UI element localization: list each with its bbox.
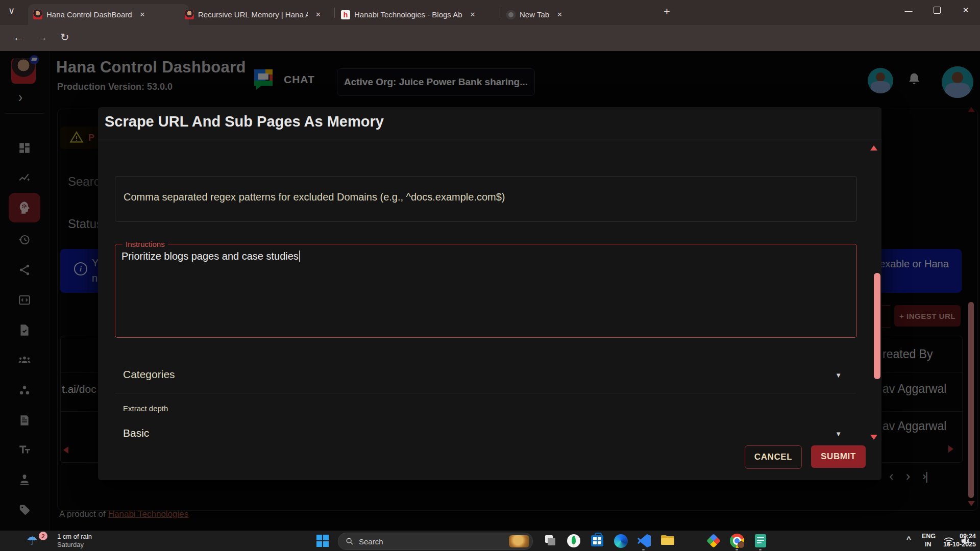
weather-badge: 2 [39, 532, 47, 540]
clock-time[interactable]: 09:24 [886, 533, 976, 540]
weather-line2[interactable]: Saturday [57, 541, 84, 548]
browser-tab-2[interactable]: Recursive URL Memory | Hana A ✕ [180, 4, 343, 25]
close-tab-icon[interactable]: ✕ [137, 10, 148, 19]
tab-title: Hana Control DashBoard [46, 10, 132, 19]
weather-line1[interactable]: 1 cm of rain [57, 533, 92, 540]
modal-scroll-up-icon[interactable] [870, 145, 877, 151]
close-window-icon[interactable]: ✕ [951, 0, 980, 20]
forward-icon[interactable]: → [37, 31, 47, 43]
tab-separator [500, 8, 500, 18]
text-cursor [299, 251, 300, 262]
tab-favicon-avatar [33, 10, 42, 19]
open-app-dot [759, 549, 762, 550]
extract-depth-value: Basic [123, 427, 149, 439]
chevron-down-icon[interactable]: ▼ [835, 430, 842, 438]
tab-favicon-avatar [185, 10, 194, 19]
chevron-down-icon[interactable]: ▼ [835, 371, 842, 379]
back-icon[interactable]: ← [13, 31, 24, 43]
browser-tab-3[interactable]: h Hanabi Technologies - Blogs Ab ✕ [336, 4, 508, 25]
search-icon [346, 537, 354, 545]
excluded-domains-field[interactable]: Comma separated regex patterns for exclu… [115, 176, 857, 222]
tab-search-icon[interactable]: ∨ [8, 5, 15, 16]
submit-button[interactable]: SUBMIT [811, 445, 866, 468]
window-controls: — ✕ [894, 0, 980, 20]
chrome-profile-icon[interactable] [729, 533, 745, 549]
reload-icon[interactable]: ↻ [60, 31, 69, 43]
tab-separator [334, 8, 335, 18]
search-placeholder: Search [359, 537, 383, 546]
tab-title: Recursive URL Memory | Hana A [198, 10, 308, 19]
task-view-icon[interactable] [542, 533, 558, 549]
cancel-button[interactable]: CANCEL [745, 445, 802, 469]
file-explorer-icon[interactable] [659, 533, 676, 549]
new-tab-icon[interactable]: + [664, 5, 670, 18]
modal-scroll-down-icon[interactable] [870, 435, 877, 440]
close-tab-icon[interactable]: ✕ [468, 10, 478, 19]
instructions-textarea[interactable]: Instructions Prioritize blogs pages and … [115, 244, 857, 338]
open-app-dot [736, 549, 738, 550]
extract-depth-label: Extract depth [123, 404, 168, 413]
browser-tab-1[interactable]: Hana Control DashBoard ✕ [28, 4, 189, 25]
mongodb-icon[interactable] [566, 533, 582, 549]
clock-date[interactable]: 16-10-2025 [886, 541, 976, 548]
instructions-value: Prioritize blogs pages and case studies [121, 251, 300, 262]
categories-select[interactable]: Categories ▼ [115, 357, 856, 393]
scrape-url-modal: Scrape URL And Sub Pages As Memory Comma… [98, 107, 881, 480]
edge-icon[interactable] [612, 533, 629, 549]
screen: ∨ Hana Control DashBoard ✕ Recursive URL… [0, 0, 980, 551]
instructions-label: Instructions [122, 240, 168, 248]
modal-title: Scrape URL And Sub Pages As Memory [105, 113, 384, 130]
browser-toolbar: ← → ↻ hana-dashboard.hanabitech.com/memo… [0, 25, 980, 51]
tab-favicon-hanabi: h [341, 10, 350, 19]
tab-favicon-newtab [506, 10, 516, 19]
notepad-icon[interactable] [752, 533, 769, 549]
windows-taskbar: ☂ 2 1 cm of rain Saturday Search [0, 531, 980, 551]
close-tab-icon[interactable]: ✕ [313, 10, 324, 19]
tab-title: Hanabi Technologies - Blogs Ab [354, 10, 462, 19]
vscode-icon[interactable] [636, 533, 652, 549]
categories-label: Categories [123, 368, 175, 381]
start-button-icon[interactable] [316, 535, 329, 547]
tab-title: New Tab [520, 10, 549, 19]
browser-tab-4[interactable]: New Tab ✕ [501, 4, 654, 25]
modal-title-divider [98, 139, 881, 139]
open-app-dot [642, 549, 645, 550]
search-highlight-image[interactable] [509, 535, 529, 547]
microsoft-store-icon[interactable] [589, 533, 605, 549]
excluded-domains-placeholder: Comma separated regex patterns for exclu… [124, 191, 505, 203]
restore-icon[interactable] [923, 0, 951, 20]
modal-scrollbar-thumb[interactable] [874, 273, 880, 379]
drive-diamond-icon[interactable] [705, 533, 722, 549]
weather-icon[interactable]: ☂ [27, 534, 38, 548]
taskbar-search-box[interactable]: Search [338, 533, 533, 550]
browser-tab-bar: ∨ Hana Control DashBoard ✕ Recursive URL… [0, 0, 980, 25]
minimize-icon[interactable]: — [894, 0, 923, 20]
close-tab-icon[interactable]: ✕ [554, 10, 565, 19]
